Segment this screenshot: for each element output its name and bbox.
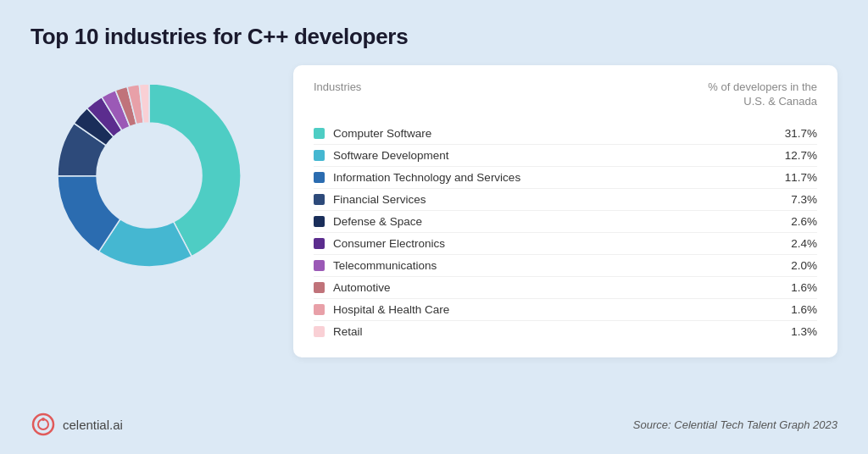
table-row: Automotive 1.6% (314, 277, 817, 299)
row-label: Telecommunications (333, 259, 437, 272)
color-swatch (314, 172, 325, 183)
row-value: 1.3% (791, 325, 817, 338)
row-label: Financial Services (333, 193, 426, 206)
color-swatch (314, 194, 325, 205)
col-percent-header: % of developers in the U.S. & Canada (698, 80, 817, 109)
row-label: Retail (333, 325, 363, 338)
row-left: Defense & Space (314, 215, 422, 228)
footer: celential.ai Source: Celential Tech Tale… (31, 412, 837, 437)
svg-point-2 (42, 418, 45, 421)
row-left: Information Technology and Services (314, 171, 520, 184)
table-row: Computer Software 31.7% (314, 123, 817, 145)
table-row: Retail 1.3% (314, 321, 817, 342)
row-label: Defense & Space (333, 215, 422, 228)
row-left: Computer Software (314, 127, 431, 140)
row-label: Computer Software (333, 127, 431, 140)
table-row: Telecommunications 2.0% (314, 255, 817, 277)
row-value: 1.6% (791, 281, 817, 294)
row-label: Hospital & Health Care (333, 303, 449, 316)
legend-table: Industries % of developers in the U.S. &… (293, 65, 837, 357)
color-swatch (314, 128, 325, 139)
row-value: 12.7% (785, 149, 817, 162)
page-title: Top 10 industries for C++ developers (31, 24, 837, 50)
row-value: 1.6% (791, 303, 817, 316)
main-content: Industries % of developers in the U.S. &… (31, 65, 837, 403)
row-value: 7.3% (791, 193, 817, 206)
row-value: 11.7% (785, 171, 817, 184)
row-left: Automotive (314, 281, 391, 294)
table-row: Hospital & Health Care 1.6% (314, 299, 817, 321)
color-swatch (314, 216, 325, 227)
table-header: Industries % of developers in the U.S. &… (314, 80, 817, 114)
color-swatch (314, 304, 325, 315)
row-value: 2.4% (791, 237, 817, 250)
table-rows-container: Computer Software 31.7% Software Develop… (314, 123, 817, 342)
table-row: Software Development 12.7% (314, 145, 817, 167)
row-value: 2.6% (791, 215, 817, 228)
row-value: 31.7% (785, 127, 817, 140)
row-left: Hospital & Health Care (314, 303, 449, 316)
row-value: 2.0% (791, 259, 817, 272)
row-label: Software Development (333, 149, 449, 162)
logo-text: celential.ai (63, 418, 123, 432)
color-swatch (314, 260, 325, 271)
logo-area: celential.ai (31, 412, 123, 437)
row-label: Automotive (333, 281, 391, 294)
row-left: Telecommunications (314, 259, 437, 272)
table-row: Defense & Space 2.6% (314, 211, 817, 233)
row-left: Financial Services (314, 193, 426, 206)
table-row: Financial Services 7.3% (314, 189, 817, 211)
table-row: Information Technology and Services 11.7… (314, 167, 817, 189)
color-swatch (314, 282, 325, 293)
color-swatch (314, 238, 325, 249)
donut-chart-area (31, 65, 268, 277)
svg-point-0 (33, 414, 53, 435)
row-left: Software Development (314, 149, 449, 162)
table-row: Consumer Electronics 2.4% (314, 233, 817, 255)
source-text: Source: Celential Tech Talent Graph 2023 (633, 418, 837, 431)
row-left: Consumer Electronics (314, 237, 445, 250)
donut-chart (47, 74, 251, 277)
row-left: Retail (314, 325, 363, 338)
col-industries-header: Industries (314, 80, 517, 93)
row-label: Information Technology and Services (333, 171, 520, 184)
celential-logo-icon (31, 412, 56, 437)
color-swatch (314, 150, 325, 161)
color-swatch (314, 326, 325, 337)
row-label: Consumer Electronics (333, 237, 445, 250)
